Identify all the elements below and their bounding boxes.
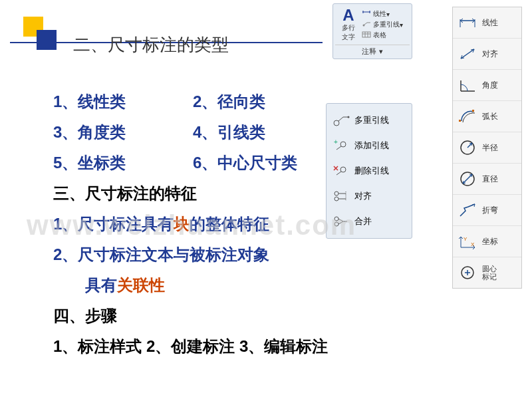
svg-rect-22 <box>459 120 461 122</box>
main-title: 二、尺寸标注的类型 <box>73 33 229 57</box>
feature2-red: 关联性 <box>117 276 165 294</box>
feature2-pre: 具有 <box>85 276 117 294</box>
dim-ordinate-button[interactable]: YX 坐标 <box>453 226 521 257</box>
dim-linear-icon <box>457 13 478 33</box>
dim-radius-icon <box>457 138 478 158</box>
remove-leader-icon <box>332 164 350 178</box>
align-leader-button[interactable]: 对齐 <box>329 184 409 209</box>
type-item-6: 6、中心尺寸类 <box>193 148 297 178</box>
collect-leader-icon <box>332 214 350 229</box>
align-leader-label: 对齐 <box>354 190 372 202</box>
mtext-button[interactable]: A 多行 文字 <box>335 7 362 42</box>
svg-point-14 <box>334 197 338 201</box>
ribbon-panel-title[interactable]: 注释 ▾ <box>335 45 410 57</box>
steps-line: 1、标注样式 2、创建标注 3、编辑标注 <box>53 331 328 362</box>
leader-panel: 多重引线 + 添加引线 删除引线 对齐 合并 <box>326 103 412 239</box>
type-item-4: 4、引线类 <box>193 117 265 148</box>
dim-radius-label: 半径 <box>482 142 498 154</box>
dim-arc-icon <box>457 106 478 126</box>
collect-leader-label: 合并 <box>354 215 372 227</box>
dim-diameter-label: 直径 <box>482 174 498 185</box>
dim-arc-button[interactable]: 弧长 <box>453 101 521 132</box>
type-item-2: 2、径向类 <box>193 86 265 117</box>
ribbon-annotation-panel: A 多行 文字 线性 ▾ 多重引线 ▾ <box>332 3 412 59</box>
linear-dim-icon <box>362 10 371 18</box>
svg-point-17 <box>334 222 338 226</box>
type-item-5: 5、坐标类 <box>53 148 193 178</box>
ribbon-mleader-button[interactable]: 多重引线 ▾ <box>362 19 410 30</box>
svg-point-13 <box>334 192 338 196</box>
dim-aligned-label: 对齐 <box>482 49 498 60</box>
svg-point-10 <box>340 142 346 147</box>
svg-text:Y: Y <box>464 236 467 242</box>
svg-line-21 <box>461 49 474 59</box>
svg-line-27 <box>463 174 472 184</box>
dim-aligned-button[interactable]: 对齐 <box>453 39 521 70</box>
remove-leader-label: 删除引线 <box>354 165 389 177</box>
mleader-icon <box>332 113 350 128</box>
dim-linear-label: 线性 <box>482 17 498 29</box>
mleader-button[interactable]: 多重引线 <box>329 108 409 133</box>
section-4-title: 四、步骤 <box>53 301 328 331</box>
svg-point-9 <box>348 116 350 118</box>
svg-rect-4 <box>362 32 370 37</box>
mleader-label: 多重引线 <box>354 114 389 126</box>
title-decoration <box>23 17 57 50</box>
add-leader-button[interactable]: + 添加引线 <box>329 133 409 158</box>
add-leader-icon: + <box>332 138 350 153</box>
svg-point-16 <box>334 217 338 221</box>
dim-angular-icon <box>457 75 478 95</box>
add-leader-label: 添加引线 <box>354 140 389 152</box>
dim-radius-button[interactable]: 半径 <box>453 132 521 164</box>
remove-leader-button[interactable]: 删除引线 <box>329 158 409 184</box>
align-leader-icon <box>332 189 350 203</box>
svg-rect-23 <box>472 110 474 112</box>
dim-jogged-label: 折弯 <box>482 205 498 216</box>
content-area: 1、线性类 2、径向类 3、角度类 4、引线类 5、坐标类 6、中心尺寸类 三、… <box>53 86 328 362</box>
ribbon-linear-button[interactable]: 线性 ▾ <box>362 9 410 19</box>
dim-diameter-icon <box>457 169 478 189</box>
feature1-post: 的整体特征 <box>190 215 269 233</box>
dim-diameter-button[interactable]: 直径 <box>453 164 521 195</box>
dim-arc-label: 弧长 <box>482 111 498 122</box>
dim-center-icon <box>457 263 478 283</box>
section-3-title: 三、尺寸标注的特征 <box>53 178 328 209</box>
svg-point-12 <box>340 167 346 172</box>
svg-text:+: + <box>334 139 338 146</box>
type-item-3: 3、角度类 <box>53 117 193 148</box>
dim-angular-label: 角度 <box>482 80 498 91</box>
mleader-icon <box>362 21 371 29</box>
feature1-pre: 1、尺寸标注具有 <box>53 215 174 233</box>
feature1-red: 块 <box>174 215 190 233</box>
collect-leader-button[interactable]: 合并 <box>329 209 409 234</box>
feature2-line1: 2、尺寸标注文本与被标注对象 <box>53 239 328 270</box>
mtext-label-2: 文字 <box>342 33 355 42</box>
letter-a-icon: A <box>342 7 354 23</box>
type-item-1: 1、线性类 <box>53 86 193 117</box>
dim-ordinate-label: 坐标 <box>482 236 498 247</box>
dim-linear-button[interactable]: 线性 <box>453 7 521 39</box>
dimension-toolbar: 线性 对齐 角度 弧长 半径 <box>452 7 522 289</box>
dim-center-button[interactable]: 圆心标记 <box>453 257 521 288</box>
table-icon <box>362 31 371 39</box>
mtext-label-1: 多行 <box>342 23 355 33</box>
dim-ordinate-icon: YX <box>457 231 478 251</box>
dim-angular-button[interactable]: 角度 <box>453 70 521 101</box>
ribbon-table-button[interactable]: 表格 <box>362 30 410 41</box>
dim-center-label: 圆心标记 <box>482 265 497 281</box>
svg-point-8 <box>334 120 339 126</box>
dim-jogged-button[interactable]: 折弯 <box>453 195 521 226</box>
dim-jogged-icon <box>457 200 478 220</box>
svg-text:X: X <box>471 241 475 247</box>
dim-aligned-icon <box>457 44 478 64</box>
